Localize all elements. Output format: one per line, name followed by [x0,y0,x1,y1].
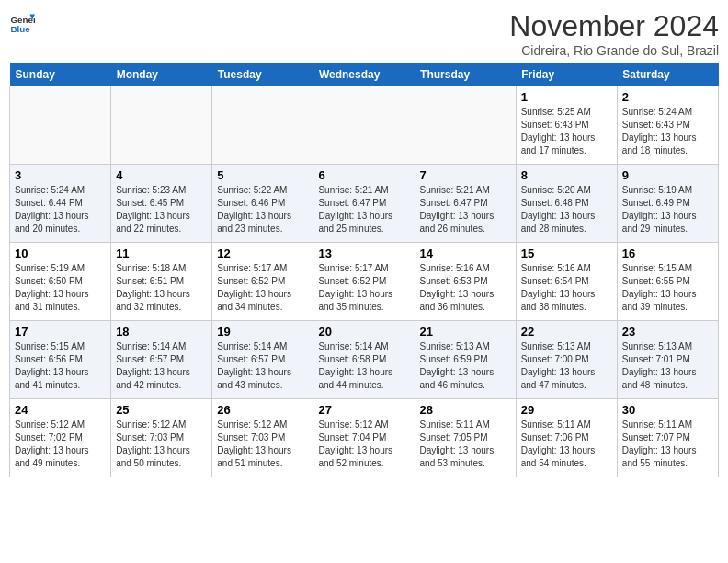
calendar-cell: 23Sunrise: 5:13 AM Sunset: 7:01 PM Dayli… [617,321,718,399]
calendar-cell: 2Sunrise: 5:24 AM Sunset: 6:43 PM Daylig… [617,86,718,165]
calendar-cell: 21Sunrise: 5:13 AM Sunset: 6:59 PM Dayli… [415,321,516,399]
day-number: 18 [116,325,207,339]
day-info: Sunrise: 5:11 AM Sunset: 7:07 PM Dayligh… [622,419,713,470]
day-info: Sunrise: 5:14 AM Sunset: 6:57 PM Dayligh… [217,340,308,392]
weekday-header-sunday: Sunday [10,63,111,86]
day-number: 8 [521,168,612,182]
day-number: 26 [217,403,308,417]
day-number: 19 [217,325,308,339]
week-row-3: 10Sunrise: 5:19 AM Sunset: 6:50 PM Dayli… [10,243,719,321]
day-number: 30 [622,403,713,417]
day-number: 2 [622,90,713,104]
calendar-cell: 12Sunrise: 5:17 AM Sunset: 6:52 PM Dayli… [212,243,313,321]
week-row-1: 1Sunrise: 5:25 AM Sunset: 6:43 PM Daylig… [10,86,719,165]
day-number: 11 [116,247,207,260]
calendar-cell: 28Sunrise: 5:11 AM Sunset: 7:05 PM Dayli… [415,399,516,477]
day-number: 21 [420,325,511,339]
weekday-header-friday: Friday [516,63,617,86]
day-number: 17 [15,325,106,339]
calendar-cell: 13Sunrise: 5:17 AM Sunset: 6:52 PM Dayli… [313,243,415,321]
title-block: November 2024 Cidreira, Rio Grande do Su… [509,9,719,58]
day-number: 12 [217,247,308,260]
calendar-cell: 27Sunrise: 5:12 AM Sunset: 7:04 PM Dayli… [313,399,415,477]
calendar-cell: 29Sunrise: 5:11 AM Sunset: 7:06 PM Dayli… [516,399,617,477]
day-number: 15 [521,247,612,260]
day-number: 10 [15,247,106,260]
weekday-header-monday: Monday [111,63,212,86]
day-info: Sunrise: 5:24 AM Sunset: 6:43 PM Dayligh… [622,106,713,157]
day-info: Sunrise: 5:20 AM Sunset: 6:48 PM Dayligh… [521,184,612,236]
day-info: Sunrise: 5:16 AM Sunset: 6:53 PM Dayligh… [420,262,511,314]
day-info: Sunrise: 5:24 AM Sunset: 6:44 PM Dayligh… [15,184,106,236]
calendar-cell: 20Sunrise: 5:14 AM Sunset: 6:58 PM Dayli… [313,321,415,399]
calendar-cell [313,86,415,165]
day-info: Sunrise: 5:11 AM Sunset: 7:06 PM Dayligh… [521,419,612,470]
logo: General Blue [9,9,35,35]
day-number: 13 [318,247,409,260]
day-info: Sunrise: 5:17 AM Sunset: 6:52 PM Dayligh… [318,262,409,314]
weekday-header-saturday: Saturday [617,63,718,86]
calendar-cell [10,86,111,165]
calendar-cell: 30Sunrise: 5:11 AM Sunset: 7:07 PM Dayli… [617,399,718,477]
week-row-5: 24Sunrise: 5:12 AM Sunset: 7:02 PM Dayli… [10,399,719,477]
location: Cidreira, Rio Grande do Sul, Brazil [509,43,719,58]
day-info: Sunrise: 5:14 AM Sunset: 6:57 PM Dayligh… [116,340,207,392]
day-info: Sunrise: 5:14 AM Sunset: 6:58 PM Dayligh… [318,340,409,392]
calendar-cell: 22Sunrise: 5:13 AM Sunset: 7:00 PM Dayli… [516,321,617,399]
calendar-cell: 26Sunrise: 5:12 AM Sunset: 7:03 PM Dayli… [212,399,313,477]
svg-text:Blue: Blue [10,24,30,34]
calendar-cell: 25Sunrise: 5:12 AM Sunset: 7:03 PM Dayli… [111,399,212,477]
day-info: Sunrise: 5:11 AM Sunset: 7:05 PM Dayligh… [420,419,511,470]
day-number: 27 [318,403,409,417]
day-number: 28 [420,403,511,417]
day-number: 20 [318,325,409,339]
calendar-cell: 19Sunrise: 5:14 AM Sunset: 6:57 PM Dayli… [212,321,313,399]
day-number: 4 [116,168,207,182]
day-number: 29 [521,403,612,417]
day-number: 7 [420,168,511,182]
weekday-header-row: SundayMondayTuesdayWednesdayThursdayFrid… [10,63,719,86]
day-info: Sunrise: 5:12 AM Sunset: 7:03 PM Dayligh… [217,419,308,470]
day-info: Sunrise: 5:13 AM Sunset: 7:01 PM Dayligh… [622,340,713,392]
day-number: 1 [521,90,612,104]
day-info: Sunrise: 5:12 AM Sunset: 7:03 PM Dayligh… [116,419,207,470]
calendar-cell: 18Sunrise: 5:14 AM Sunset: 6:57 PM Dayli… [111,321,212,399]
day-number: 5 [217,168,308,182]
day-info: Sunrise: 5:19 AM Sunset: 6:50 PM Dayligh… [15,262,106,314]
weekday-header-wednesday: Wednesday [313,63,415,86]
calendar-cell: 6Sunrise: 5:21 AM Sunset: 6:47 PM Daylig… [313,165,415,243]
month-title: November 2024 [509,9,719,43]
calendar-cell [212,86,313,165]
calendar-table: SundayMondayTuesdayWednesdayThursdayFrid… [9,63,719,477]
page-header: General Blue November 2024 Cidreira, Rio… [9,9,719,58]
day-info: Sunrise: 5:23 AM Sunset: 6:45 PM Dayligh… [116,184,207,236]
day-number: 3 [15,168,106,182]
day-info: Sunrise: 5:25 AM Sunset: 6:43 PM Dayligh… [521,106,612,157]
calendar-cell: 17Sunrise: 5:15 AM Sunset: 6:56 PM Dayli… [10,321,111,399]
day-info: Sunrise: 5:16 AM Sunset: 6:54 PM Dayligh… [521,262,612,314]
calendar-cell: 14Sunrise: 5:16 AM Sunset: 6:53 PM Dayli… [415,243,516,321]
day-info: Sunrise: 5:19 AM Sunset: 6:49 PM Dayligh… [622,184,713,236]
calendar-cell: 16Sunrise: 5:15 AM Sunset: 6:55 PM Dayli… [617,243,718,321]
calendar-cell: 24Sunrise: 5:12 AM Sunset: 7:02 PM Dayli… [10,399,111,477]
day-number: 16 [622,247,713,260]
day-info: Sunrise: 5:12 AM Sunset: 7:04 PM Dayligh… [318,419,409,470]
day-number: 9 [622,168,713,182]
calendar-cell: 15Sunrise: 5:16 AM Sunset: 6:54 PM Dayli… [516,243,617,321]
day-info: Sunrise: 5:17 AM Sunset: 6:52 PM Dayligh… [217,262,308,314]
weekday-header-tuesday: Tuesday [212,63,313,86]
day-number: 6 [318,168,409,182]
calendar-cell: 10Sunrise: 5:19 AM Sunset: 6:50 PM Dayli… [10,243,111,321]
day-number: 24 [15,403,106,417]
day-number: 22 [521,325,612,339]
day-info: Sunrise: 5:15 AM Sunset: 6:56 PM Dayligh… [15,340,106,392]
day-info: Sunrise: 5:21 AM Sunset: 6:47 PM Dayligh… [318,184,409,236]
calendar-cell [111,86,212,165]
calendar-cell: 1Sunrise: 5:25 AM Sunset: 6:43 PM Daylig… [516,86,617,165]
weekday-header-thursday: Thursday [415,63,516,86]
week-row-4: 17Sunrise: 5:15 AM Sunset: 6:56 PM Dayli… [10,321,719,399]
day-info: Sunrise: 5:12 AM Sunset: 7:02 PM Dayligh… [15,419,106,470]
calendar-cell: 8Sunrise: 5:20 AM Sunset: 6:48 PM Daylig… [516,165,617,243]
day-number: 23 [622,325,713,339]
calendar-cell: 9Sunrise: 5:19 AM Sunset: 6:49 PM Daylig… [617,165,718,243]
